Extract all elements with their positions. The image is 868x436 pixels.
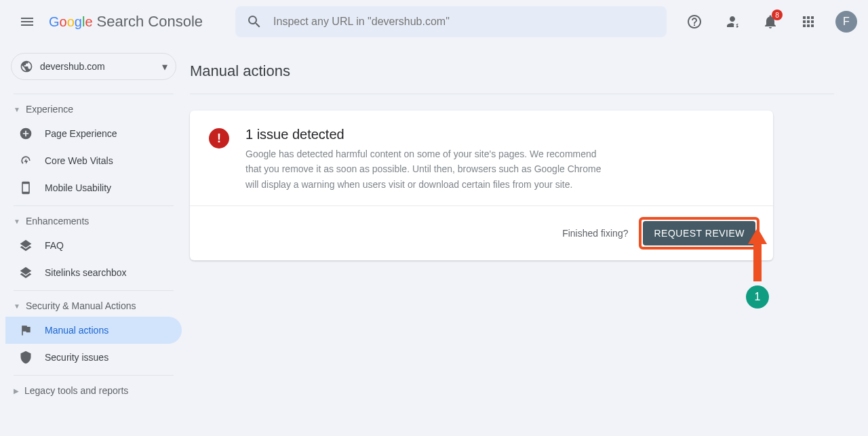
arrow-up-icon	[748, 228, 767, 244]
finished-fixing-label: Finished fixing?	[562, 228, 628, 239]
nav-label: Core Web Vitals	[45, 155, 113, 166]
divider	[190, 94, 834, 94]
google-logo: Google	[49, 14, 93, 30]
circle-plus-icon	[19, 127, 33, 140]
help-button[interactable]	[678, 5, 711, 38]
issue-card: ! 1 issue detected Google has detected h…	[190, 111, 773, 260]
nav-page-experience[interactable]: Page Experience	[5, 120, 182, 147]
layers-icon	[19, 266, 33, 279]
speed-icon	[19, 154, 33, 167]
alert-icon: !	[209, 128, 229, 148]
callout-highlight: REQUEST REVIEW	[639, 217, 760, 250]
section-experience[interactable]: ▼ Experience	[5, 98, 182, 120]
nav-faq[interactable]: FAQ	[5, 232, 182, 259]
divider	[14, 290, 174, 291]
nav-label: Manual actions	[45, 325, 108, 336]
property-name: devershub.com	[40, 61, 155, 72]
globe-icon	[20, 60, 33, 73]
hamburger-menu[interactable]	[11, 5, 43, 38]
phone-icon	[19, 181, 33, 195]
arrow-stem	[753, 244, 762, 281]
section-enhancements[interactable]: ▼ Enhancements	[5, 210, 182, 232]
shield-icon	[19, 351, 33, 364]
account-avatar[interactable]: F	[835, 11, 857, 33]
url-inspect-input[interactable]	[273, 16, 656, 28]
step-badge: 1	[746, 285, 769, 309]
property-selector[interactable]: devershub.com ▾	[11, 53, 176, 80]
expand-icon: ▶	[14, 387, 19, 395]
collapse-icon: ▼	[14, 218, 20, 225]
nav-core-web-vitals[interactable]: Core Web Vitals	[5, 147, 182, 174]
nav-label: Mobile Usability	[45, 182, 111, 193]
divider	[14, 94, 174, 94]
section-label: Enhancements	[26, 216, 89, 226]
nav-label: Sitelinks searchbox	[45, 267, 127, 278]
nav-security-issues[interactable]: Security issues	[5, 344, 182, 371]
header-actions: 8 F	[678, 5, 857, 38]
flag-icon	[19, 323, 33, 337]
nav-label: FAQ	[45, 240, 64, 251]
chevron-down-icon: ▾	[162, 60, 167, 73]
issue-description: Google has detected harmful content on s…	[245, 146, 612, 192]
notifications-button[interactable]: 8	[754, 5, 787, 38]
nav-sitelinks-searchbox[interactable]: Sitelinks searchbox	[5, 259, 182, 286]
page-title: Manual actions	[190, 43, 834, 94]
sidebar: devershub.com ▾ ▼ Experience Page Experi…	[0, 43, 190, 436]
nav-label: Security issues	[45, 352, 108, 363]
divider	[14, 375, 174, 376]
notification-badge: 8	[772, 9, 783, 20]
nav-manual-actions[interactable]: Manual actions	[5, 317, 182, 344]
nav-mobile-usability[interactable]: Mobile Usability	[5, 174, 182, 201]
issue-heading: 1 issue detected	[245, 127, 612, 142]
product-name: Search Console	[97, 13, 203, 31]
layers-icon	[19, 239, 33, 252]
nav-label: Page Experience	[45, 128, 117, 139]
collapse-icon: ▼	[14, 302, 20, 310]
app-header: Google Search Console 8 F	[0, 0, 868, 43]
url-inspect-search[interactable]	[235, 6, 667, 37]
section-legacy[interactable]: ▶ Legacy tools and reports	[5, 380, 182, 401]
users-button[interactable]	[716, 5, 749, 38]
section-label: Legacy tools and reports	[24, 385, 128, 396]
search-icon	[246, 14, 262, 30]
section-label: Experience	[26, 104, 73, 115]
product-logo[interactable]: Google Search Console	[49, 13, 203, 31]
section-label: Security & Manual Actions	[26, 300, 136, 311]
section-security[interactable]: ▼ Security & Manual Actions	[5, 295, 182, 317]
request-review-button[interactable]: REQUEST REVIEW	[643, 221, 755, 245]
apps-button[interactable]	[792, 5, 825, 38]
divider	[14, 205, 174, 206]
collapse-icon: ▼	[14, 106, 20, 113]
tutorial-annotation: 1	[746, 228, 769, 309]
